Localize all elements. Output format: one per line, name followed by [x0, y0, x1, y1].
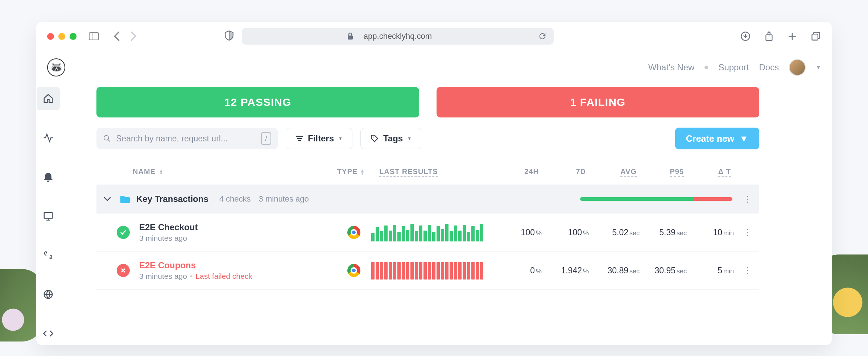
check-timestamp: 3 minutes ago [139, 234, 328, 243]
spark-bar [389, 262, 392, 280]
address-bar[interactable]: app.checklyhq.com [242, 28, 554, 45]
metric-dt: 5min [687, 266, 734, 276]
chevron-down-icon[interactable] [104, 196, 111, 202]
refresh-icon[interactable] [538, 32, 546, 40]
row-more-button[interactable]: ⋮ [734, 227, 752, 237]
new-tab-icon[interactable] [788, 32, 797, 41]
tabs-icon[interactable] [811, 31, 821, 41]
home-icon [43, 93, 54, 104]
nav-home[interactable] [37, 87, 60, 110]
checkly-logo[interactable]: 🦝 [47, 58, 65, 76]
spark-bar [410, 224, 414, 241]
nav-activity[interactable] [37, 126, 60, 149]
tags-label: Tags [383, 133, 403, 144]
chevron-down-icon: ▼ [739, 133, 748, 144]
downloads-icon[interactable] [740, 31, 751, 41]
search-placeholder: Search by name, request url... [116, 134, 228, 144]
spark-bar [441, 229, 444, 241]
spark-bar [393, 225, 396, 241]
bar-segment-fail [694, 197, 732, 201]
spark-bar [454, 262, 457, 280]
spark-bar [454, 225, 457, 241]
failing-count: 1 [570, 96, 577, 108]
shield-icon[interactable] [224, 30, 234, 41]
spark-bar [406, 230, 409, 241]
sort-icon[interactable]: ▲▼ [360, 169, 365, 175]
nav-forward-icon[interactable] [130, 31, 137, 41]
check-row[interactable]: E2E Checkout3 minutes ago100%100%5.02sec… [96, 214, 759, 252]
spark-bar [410, 262, 414, 280]
chevron-down-icon: ▼ [338, 136, 343, 141]
col-type[interactable]: TYPE [337, 167, 357, 176]
spark-bar [471, 226, 475, 241]
spark-bar [441, 262, 444, 280]
spark-bar [389, 231, 392, 241]
col-24h[interactable]: 24H [524, 167, 539, 175]
spark-bar [380, 262, 383, 280]
col-p95[interactable]: P95 [670, 167, 684, 177]
spark-bar [476, 262, 479, 280]
spark-bar [380, 231, 383, 241]
browser-toolbar: app.checklyhq.com [36, 22, 832, 51]
chevron-down-icon: ▼ [407, 136, 412, 141]
col-avg[interactable]: AVG [620, 167, 637, 177]
spark-bar [384, 262, 388, 280]
check-info: E2E Checkout3 minutes ago [139, 222, 328, 243]
lock-icon [347, 33, 354, 40]
search-input[interactable]: Search by name, request url... / [96, 128, 278, 149]
nav-back-icon[interactable] [113, 31, 120, 41]
col-name[interactable]: NAME [133, 167, 156, 176]
nav-support[interactable]: Support [718, 62, 749, 73]
spark-bar [397, 232, 401, 241]
nav-global[interactable] [37, 283, 60, 306]
nav-code[interactable] [37, 322, 60, 345]
spark-bar [384, 225, 388, 241]
spark-bar [437, 226, 440, 241]
window-zoom-button[interactable] [70, 33, 77, 40]
create-new-button[interactable]: Create new ▼ [675, 128, 759, 149]
group-more-button[interactable]: ⋮ [743, 194, 752, 204]
spark-bar [480, 224, 483, 241]
failing-label: FAILING [580, 96, 625, 108]
spark-bar [376, 227, 379, 241]
col-dt[interactable]: Δ T [718, 167, 731, 177]
row-more-button[interactable]: ⋮ [734, 265, 752, 276]
globe-icon [43, 289, 54, 300]
window-close-button[interactable] [47, 33, 54, 40]
share-icon[interactable] [764, 31, 774, 42]
spark-bar [419, 225, 422, 241]
check-row[interactable]: E2E Coupons3 minutes ago•Last failed che… [96, 252, 759, 290]
spark-bar [415, 231, 418, 241]
sidebar-toggle-icon[interactable] [89, 32, 99, 40]
metric-24h: 0% [495, 266, 542, 276]
failing-banner[interactable]: 1 FAILING [437, 87, 759, 117]
spark-bar [419, 262, 422, 280]
spark-bar [458, 262, 462, 280]
check-name: E2E Coupons [139, 260, 328, 270]
sort-icon[interactable]: ▲▼ [159, 169, 164, 175]
nav-settings[interactable] [37, 244, 60, 267]
group-row[interactable]: Key Transactions 4 checks 3 minutes ago … [96, 185, 759, 214]
monitor-icon [43, 211, 54, 222]
svg-rect-0 [348, 36, 353, 40]
nav-alerts[interactable] [37, 165, 60, 189]
group-name: Key Transactions [136, 194, 208, 204]
col-last-results[interactable]: LAST RESULTS [379, 167, 438, 177]
nav-whats-new[interactable]: What's New [648, 62, 694, 73]
tags-button[interactable]: Tags ▼ [360, 128, 421, 149]
spark-bar [458, 231, 462, 241]
chrome-icon [347, 226, 360, 239]
spark-bar [463, 262, 466, 280]
svg-rect-4 [44, 212, 53, 218]
nav-docs[interactable]: Docs [759, 62, 779, 73]
nav-dashboards[interactable] [37, 204, 60, 228]
last-failed-link[interactable]: Last failed check [195, 272, 252, 280]
window-minimize-button[interactable] [58, 33, 65, 40]
passing-banner[interactable]: 12 PASSING [96, 87, 419, 117]
user-avatar[interactable] [789, 59, 806, 76]
spark-bar [376, 262, 379, 280]
col-7d[interactable]: 7D [576, 167, 586, 175]
spark-bar [450, 231, 453, 241]
filters-button[interactable]: Filters ▼ [286, 128, 352, 149]
user-menu-caret-icon[interactable]: ▼ [816, 65, 821, 70]
